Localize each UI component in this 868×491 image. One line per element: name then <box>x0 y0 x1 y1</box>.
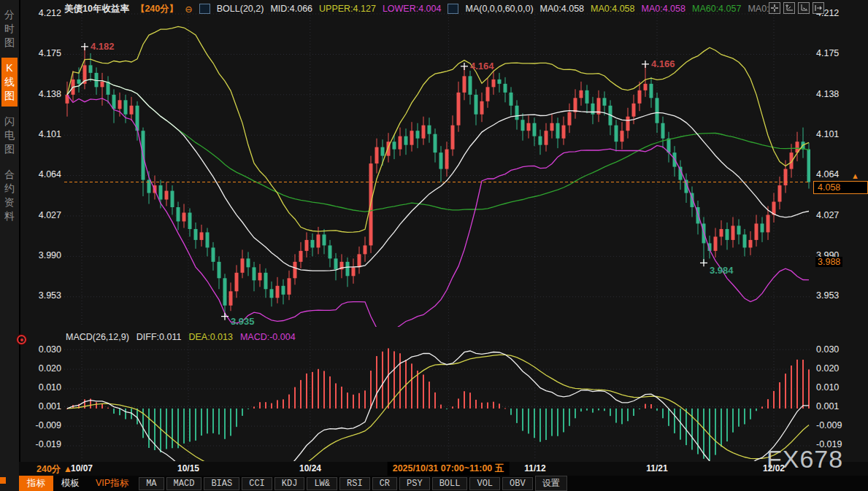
macd-histogram-bar <box>685 409 687 445</box>
macd-header: MACD(26,12,9) DIFF:0.011 DEA:0.013 MACD:… <box>66 332 296 342</box>
ma0-gray-value: MA0: <box>748 4 769 14</box>
macd-histogram-bar <box>166 409 167 449</box>
macd-histogram-bar <box>545 409 547 440</box>
main-chart-canvas[interactable]: 4.1823.9354.1644.1663.984 <box>64 9 810 327</box>
collapse-icon[interactable]: ⊖ <box>185 4 192 15</box>
indicator-tab-BIAS[interactable]: BIAS <box>204 477 239 490</box>
time-label: 10/15 <box>177 463 199 473</box>
macd-histogram-bar <box>773 391 775 409</box>
pan-right-icon[interactable] <box>813 2 824 14</box>
tab-template[interactable]: 模板 <box>53 476 88 491</box>
macd-histogram-bar <box>756 409 757 411</box>
candle-body <box>533 123 537 136</box>
time-label: 11/12 <box>524 463 545 473</box>
indicator-tab-KDJ[interactable]: KDJ <box>274 477 305 490</box>
boll-indicator-icon[interactable] <box>199 4 210 14</box>
macd-histogram-bar <box>703 409 704 459</box>
macd-histogram-bar <box>259 402 261 409</box>
candle-body <box>469 76 472 94</box>
tab-indicator[interactable]: 指标 <box>19 476 53 491</box>
candle-body <box>743 234 747 247</box>
macd-histogram-bar <box>183 409 185 444</box>
candle-body <box>112 95 116 109</box>
record-dot-icon[interactable] <box>17 335 26 344</box>
bottom-toolbar: 指标 模板 VIP指标 MAMACDBIASCCIKDJLW&RSICRPSYB… <box>19 476 868 491</box>
extreme-cross-marker <box>461 63 468 70</box>
price-label: 4.101 <box>22 129 61 139</box>
macd-histogram-bar <box>277 400 278 409</box>
sidebar-tab-2[interactable]: 闪 电 图 <box>1 111 18 160</box>
macd-histogram-bar <box>680 409 681 440</box>
macd-histogram-bar <box>195 409 196 441</box>
price-label: 4.212 <box>22 8 61 18</box>
macd-histogram-bar <box>300 380 302 409</box>
ma-indicator-icon[interactable] <box>448 4 458 14</box>
macd-histogram-bar <box>96 402 97 409</box>
candle-body <box>323 234 326 245</box>
candle-body <box>404 136 408 145</box>
candle-body <box>358 254 361 267</box>
indicator-tab-LW&[interactable]: LW& <box>307 477 337 490</box>
indicator-tab-PSY[interactable]: PSY <box>399 477 430 490</box>
sidebar-tab-0[interactable]: 分 时 图 <box>1 4 18 53</box>
macd-histogram-bar <box>399 353 401 409</box>
sidebar-tab-1[interactable]: K 线 图 <box>1 58 18 107</box>
candle-body <box>130 106 134 115</box>
price-label: 3.953 <box>22 290 61 301</box>
indicator-tab-RSI[interactable]: RSI <box>339 477 370 490</box>
macd-axis-label: 0.030 <box>816 344 839 355</box>
time-label: 10/07 <box>71 463 93 473</box>
candle-body <box>288 278 291 294</box>
price-label: 4.064 <box>22 169 61 179</box>
macd-histogram-bar <box>370 371 372 409</box>
indicator-tab-OBV[interactable]: OBV <box>502 477 533 490</box>
axis-scale-right-icon[interactable] <box>798 2 810 14</box>
time-label: 10/24 <box>299 463 321 473</box>
sidebar: 分 时 图K 线 图闪 电 图合 约 资 料 <box>0 0 20 491</box>
price-label: 4.138 <box>22 89 61 99</box>
macd-histogram-bar <box>119 409 120 415</box>
candle-body <box>731 225 735 239</box>
macd-histogram-bar <box>598 409 599 411</box>
macd-histogram-bar <box>236 409 237 427</box>
macd-histogram-bar <box>423 374 424 408</box>
tab-vip-indicator[interactable]: VIP指标 <box>88 476 137 491</box>
fx678-watermark: FX678 <box>767 445 843 473</box>
indicator-tab-CR[interactable]: CR <box>372 477 397 490</box>
indicator-tab-设置[interactable]: 设置 <box>535 476 567 491</box>
indicator-tab-MACD[interactable]: MACD <box>166 477 202 490</box>
indicator-tab-CCI[interactable]: CCI <box>242 477 272 490</box>
price-label: 4.027 <box>22 210 61 220</box>
interval-selector[interactable]: 240分 ▲ <box>37 463 72 476</box>
macd-axis-label: -0.009 <box>816 420 842 430</box>
candle-body <box>498 80 502 84</box>
scroll-to-latest-arrow[interactable]: ▲ <box>851 171 859 180</box>
macd-histogram-bar <box>499 403 500 409</box>
macd-diff-value: DIFF:0.011 <box>137 332 182 342</box>
candle-body <box>422 125 426 139</box>
macd-histogram-bar <box>388 348 389 408</box>
crosshair-icon[interactable] <box>769 2 780 14</box>
candle-body <box>632 104 636 117</box>
candle-body <box>171 191 174 207</box>
macd-chart-canvas[interactable] <box>64 332 810 461</box>
sidebar-tab-3[interactable]: 合 约 资 料 <box>1 164 18 227</box>
candle-body <box>200 232 204 239</box>
candle-body <box>276 286 280 298</box>
candle-body <box>299 251 303 262</box>
candle-body <box>807 150 811 182</box>
macd-histogram-bar <box>125 409 126 420</box>
candle-body <box>282 286 285 295</box>
candle-body <box>194 229 198 240</box>
indicator-tab-VOL[interactable]: VOL <box>469 477 500 490</box>
axis-scale-left-icon[interactable] <box>783 2 795 14</box>
interval-badge[interactable]: 【240分】 <box>136 3 178 15</box>
candle-body <box>515 106 519 120</box>
macd-histogram-bar <box>160 409 161 452</box>
macd-axis-label: -0.019 <box>22 439 61 449</box>
indicator-tab-BOLL[interactable]: BOLL <box>432 477 468 490</box>
macd-histogram-bar <box>101 403 103 409</box>
macd-histogram-bar <box>604 409 605 411</box>
indicator-tab-MA[interactable]: MA <box>139 477 164 490</box>
macd-histogram-bar <box>353 395 354 409</box>
